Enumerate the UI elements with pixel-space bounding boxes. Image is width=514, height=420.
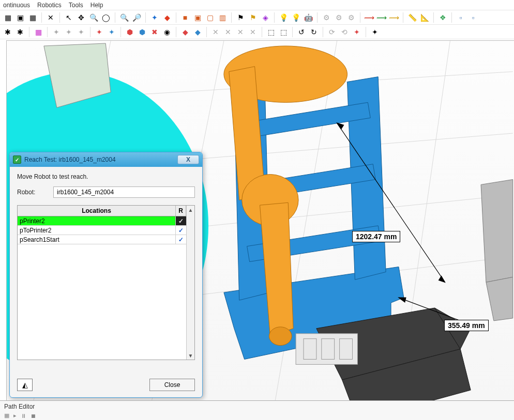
robot-input[interactable] bbox=[53, 186, 195, 198]
tool-icon[interactable]: ⟲ bbox=[339, 26, 350, 38]
wire-icon[interactable]: ▥ bbox=[217, 12, 228, 23]
separator bbox=[176, 12, 176, 23]
target-icon[interactable]: ✦ bbox=[149, 12, 160, 23]
wire-icon[interactable]: ▢ bbox=[204, 12, 216, 23]
zoom-icon[interactable]: 🔍 bbox=[118, 12, 130, 23]
tool-icon[interactable]: ✦ bbox=[351, 26, 362, 38]
tool-icon[interactable]: ⬚ bbox=[265, 26, 277, 38]
menu-item[interactable]: Help bbox=[90, 2, 103, 9]
path-icon[interactable]: ⟿ bbox=[388, 12, 400, 23]
diamond-icon[interactable]: ◈ bbox=[260, 12, 271, 23]
tool-icon[interactable]: ✦ bbox=[94, 26, 105, 38]
tool-icon[interactable]: ✕ bbox=[222, 26, 234, 38]
tool-icon[interactable]: ✦ bbox=[75, 26, 87, 38]
menu-item[interactable]: ontinuous bbox=[3, 2, 30, 9]
pick-button[interactable]: ◭ bbox=[17, 379, 33, 391]
separator bbox=[41, 12, 42, 23]
tool-icon[interactable]: ▸ bbox=[13, 412, 17, 419]
tool-icon[interactable]: ⏸ bbox=[21, 413, 26, 419]
tool-icon[interactable]: ✕ bbox=[210, 26, 221, 38]
cursor-icon[interactable]: ↖ bbox=[63, 12, 74, 23]
separator bbox=[262, 27, 262, 37]
tool-icon[interactable]: ▦ bbox=[33, 26, 44, 38]
solid-icon[interactable]: ▣ bbox=[192, 12, 203, 23]
tool-icon[interactable]: ▦ bbox=[27, 12, 38, 23]
tool-icon[interactable]: ▣ bbox=[14, 12, 26, 23]
separator bbox=[323, 27, 323, 37]
robot-label: Robot: bbox=[17, 189, 48, 196]
tool-icon[interactable]: ✕ bbox=[235, 26, 246, 38]
tool-icon[interactable]: ✖ bbox=[149, 26, 160, 38]
col-header-r[interactable]: R bbox=[176, 206, 186, 216]
tool-icon[interactable]: ↺ bbox=[296, 26, 307, 38]
zoom-out-icon[interactable]: ◯ bbox=[100, 12, 112, 23]
move-icon[interactable]: ✥ bbox=[75, 12, 87, 23]
tool-icon[interactable]: ✦ bbox=[51, 26, 62, 38]
dialog-title-text: Reach Test: irb1600_145_m2004 bbox=[24, 156, 116, 163]
bulb-icon[interactable]: 💡 bbox=[290, 12, 301, 23]
close-x-icon[interactable]: ✕ bbox=[45, 12, 56, 23]
dimension-label: 1202.47 mm bbox=[352, 231, 400, 242]
tool-icon[interactable]: ⬢ bbox=[124, 26, 135, 38]
path-icon[interactable]: ⟿ bbox=[364, 12, 375, 23]
separator bbox=[360, 12, 360, 23]
flag-icon[interactable]: ⚑ bbox=[235, 12, 246, 23]
close-button[interactable]: Close bbox=[149, 379, 195, 391]
measure-icon[interactable]: 📐 bbox=[419, 12, 430, 23]
separator bbox=[451, 12, 452, 23]
menubar: ontinuous Robotics Tools Help bbox=[0, 0, 514, 10]
reach-check-icon: ✓ bbox=[176, 216, 186, 225]
svg-marker-32 bbox=[439, 276, 445, 282]
menu-item[interactable]: Tools bbox=[69, 2, 83, 9]
robot-icon[interactable]: 🤖 bbox=[303, 12, 314, 23]
color-icon[interactable]: ❖ bbox=[437, 12, 448, 23]
scroll-down-icon[interactable]: ▼ bbox=[188, 351, 193, 360]
scroll-up-icon[interactable]: ▲ bbox=[188, 206, 193, 214]
svg-marker-24 bbox=[481, 179, 513, 282]
table-row[interactable]: pToPrinter2 ✓ bbox=[18, 226, 186, 235]
col-header-locations[interactable]: Locations bbox=[18, 206, 176, 216]
dialog-titlebar[interactable]: ✓ Reach Test: irb1600_145_m2004 X bbox=[10, 152, 202, 167]
svg-marker-33 bbox=[337, 123, 344, 129]
zoom-fit-icon[interactable]: 🔎 bbox=[131, 12, 142, 23]
box-icon[interactable]: ▫ bbox=[455, 12, 466, 23]
table-row[interactable]: pPrinter2 ✓ bbox=[18, 216, 186, 226]
tool-icon[interactable]: ⬢ bbox=[137, 26, 148, 38]
separator bbox=[145, 12, 146, 23]
reach-check-icon: ✓ bbox=[176, 226, 186, 235]
dialog-close-button[interactable]: X bbox=[177, 155, 199, 164]
separator bbox=[115, 12, 115, 23]
bulb-icon[interactable]: 💡 bbox=[278, 12, 289, 23]
tool-icon[interactable]: ✦ bbox=[106, 26, 117, 38]
menu-item[interactable]: Robotics bbox=[37, 2, 62, 9]
scrollbar[interactable]: ▲ ▼ bbox=[186, 206, 194, 360]
measure-icon[interactable]: 📏 bbox=[406, 12, 418, 23]
tool-icon[interactable]: ⏹ bbox=[31, 413, 36, 419]
box-icon[interactable]: ▫ bbox=[467, 12, 479, 23]
tool-icon[interactable]: ✕ bbox=[247, 26, 259, 38]
path-icon[interactable]: ⟿ bbox=[376, 12, 387, 23]
tool-icon[interactable]: ✦ bbox=[63, 26, 74, 38]
tool-icon[interactable]: ⟳ bbox=[326, 26, 338, 38]
tool-icon[interactable]: ◉ bbox=[161, 26, 173, 38]
separator bbox=[317, 12, 318, 23]
cube-icon[interactable]: ◆ bbox=[161, 12, 173, 23]
tool-icon[interactable]: ▦ bbox=[4, 412, 9, 419]
gear-icon[interactable]: ⚙ bbox=[333, 12, 344, 23]
tool-icon[interactable]: ✦ bbox=[369, 26, 381, 38]
tool-icon[interactable]: ⬚ bbox=[278, 26, 289, 38]
tool-icon[interactable]: ✱ bbox=[14, 26, 26, 38]
dialog-body: Move Robot to test reach. Robot: Locatio… bbox=[10, 167, 202, 397]
gear-icon[interactable]: ⚙ bbox=[345, 12, 357, 23]
flag-icon[interactable]: ⚑ bbox=[247, 12, 259, 23]
tool-icon[interactable]: ◆ bbox=[192, 26, 203, 38]
tool-icon[interactable]: ◆ bbox=[179, 26, 191, 38]
gear-icon[interactable]: ⚙ bbox=[321, 12, 332, 23]
solid-icon[interactable]: ■ bbox=[179, 12, 191, 23]
tool-icon[interactable]: ↻ bbox=[308, 26, 320, 38]
tool-icon[interactable]: ▦ bbox=[2, 12, 13, 23]
zoom-in-icon[interactable]: 🔍 bbox=[88, 12, 99, 23]
table-row[interactable]: pSearch1Start ✓ bbox=[18, 235, 186, 244]
location-name: pToPrinter2 bbox=[18, 226, 176, 235]
tool-icon[interactable]: ✱ bbox=[2, 26, 13, 38]
